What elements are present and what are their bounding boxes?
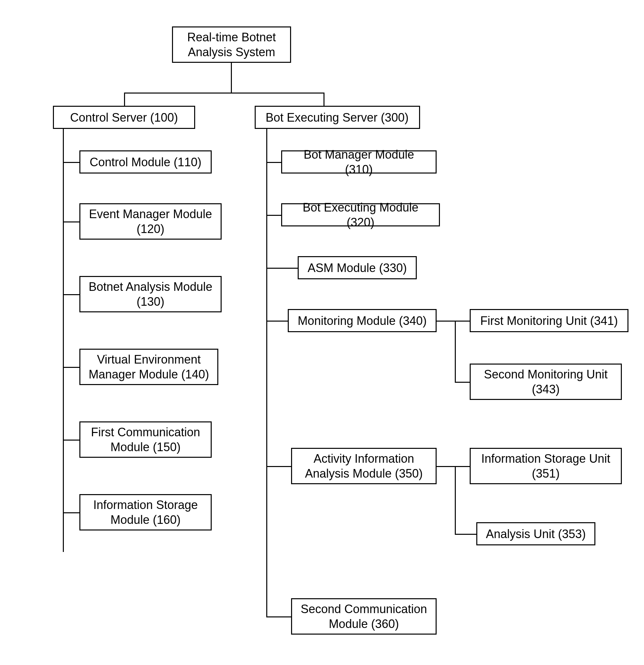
info-storage-module-node: Information Storage Module (160) <box>79 494 212 531</box>
activity-info-module-node: Activity Information Analysis Module (35… <box>291 448 437 484</box>
connector <box>63 512 79 513</box>
connector <box>455 534 476 535</box>
bot-manager-module-node: Bot Manager Module (310) <box>281 150 437 173</box>
first-comm-module-node: First Communication Module (150) <box>79 421 212 458</box>
node-label: Second Monitoring Unit (343) <box>477 367 615 397</box>
connector <box>266 268 298 269</box>
connector <box>63 367 79 368</box>
node-label: Bot Executing Module (320) <box>288 200 433 230</box>
connector <box>266 321 288 322</box>
connector <box>455 321 456 382</box>
virtual-env-module-node: Virtual Environment Manager Module (140) <box>79 349 218 385</box>
node-label: Monitoring Module (340) <box>298 313 427 328</box>
connector <box>324 93 325 106</box>
diagram-canvas: Real-time Botnet Analysis System Control… <box>13 20 631 659</box>
node-label: Event Manager Module (120) <box>86 207 215 236</box>
node-label: First Monitoring Unit (341) <box>480 313 618 328</box>
node-label: First Communication Module (150) <box>86 425 205 454</box>
connector <box>455 321 470 322</box>
node-label: Botnet Analysis Module (130) <box>86 279 215 309</box>
connector <box>63 440 79 441</box>
first-monitoring-unit-node: First Monitoring Unit (341) <box>470 309 628 332</box>
node-label: Information Storage Module (160) <box>86 497 205 527</box>
connector <box>124 93 125 106</box>
node-label: Activity Information Analysis Module (35… <box>298 451 430 481</box>
event-manager-module-node: Event Manager Module (120) <box>79 203 222 240</box>
connector <box>63 294 79 295</box>
connector <box>266 162 281 163</box>
connector <box>437 466 455 467</box>
node-label: Control Module (110) <box>90 155 201 170</box>
node-label: ASM Module (330) <box>308 261 407 275</box>
analysis-unit-node: Analysis Unit (353) <box>476 522 595 545</box>
node-label: Second Communication Module (360) <box>298 602 430 631</box>
connector <box>266 466 291 467</box>
second-comm-module-node: Second Communication Module (360) <box>291 598 437 634</box>
connector <box>437 321 455 322</box>
second-monitoring-unit-node: Second Monitoring Unit (343) <box>470 364 622 400</box>
monitoring-module-node: Monitoring Module (340) <box>288 309 437 332</box>
connector <box>63 162 79 163</box>
connector <box>266 129 267 616</box>
botnet-analysis-module-node: Botnet Analysis Module (130) <box>79 276 222 312</box>
connector <box>455 466 456 534</box>
node-label: Information Storage Unit (351) <box>477 451 615 481</box>
connector <box>63 222 79 223</box>
connector <box>266 616 291 618</box>
node-label: Analysis Unit (353) <box>486 527 586 542</box>
connector <box>455 466 470 467</box>
connector <box>266 215 281 216</box>
connector <box>455 382 470 383</box>
root-node: Real-time Botnet Analysis System <box>172 26 291 63</box>
bot-server-node: Bot Executing Server (300) <box>255 106 420 129</box>
connector <box>63 129 64 552</box>
connector <box>231 63 232 93</box>
control-module-node: Control Module (110) <box>79 150 212 173</box>
root-label: Real-time Botnet Analysis System <box>179 30 284 59</box>
node-label: Bot Manager Module (310) <box>288 147 430 177</box>
node-label: Virtual Environment Manager Module (140) <box>86 352 211 382</box>
asm-module-node: ASM Module (330) <box>298 256 417 279</box>
connector <box>124 93 324 94</box>
control-server-node: Control Server (100) <box>53 106 195 129</box>
info-storage-unit-node: Information Storage Unit (351) <box>470 448 622 484</box>
bot-executing-module-node: Bot Executing Module (320) <box>281 203 440 226</box>
control-server-label: Control Server (100) <box>70 110 178 125</box>
bot-server-label: Bot Executing Server (300) <box>265 110 408 125</box>
